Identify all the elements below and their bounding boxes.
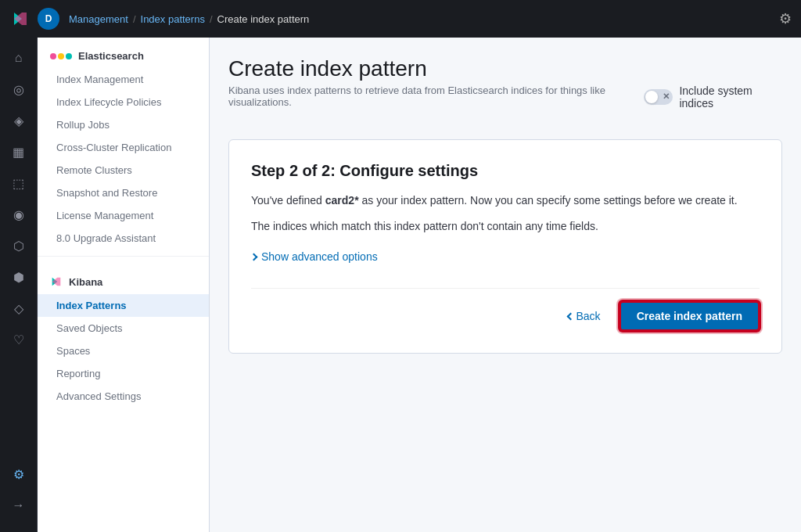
sidebar-item-index-management[interactable]: Index Management [38, 68, 209, 91]
sidebar-item-reporting[interactable]: Reporting [38, 362, 209, 385]
step-title: Step 2 of 2: Configure settings [251, 162, 760, 180]
sidebar-item-cross-cluster[interactable]: Cross-Cluster Replication [38, 136, 209, 159]
include-system-toggle-container: ✕ Include system indices [644, 84, 782, 110]
ml-icon[interactable]: ⬡ [5, 232, 33, 260]
step-info: The indices which match this index patte… [251, 218, 760, 235]
kibana-section-title: Kibana [38, 263, 209, 294]
sidebar-item-snapshot-restore[interactable]: Snapshot and Restore [38, 182, 209, 204]
sidebar-item-index-patterns[interactable]: Index Patterns [38, 294, 209, 317]
sidebar-item-advanced-settings[interactable]: Advanced Settings [38, 385, 209, 408]
include-system-label: Include system indices [679, 84, 782, 110]
step-card: Step 2 of 2: Configure settings You've d… [228, 139, 782, 354]
visualize-icon[interactable]: ◈ [5, 106, 33, 135]
main-content: Create index pattern Kibana uses index p… [210, 38, 801, 532]
kibana-logo [9, 8, 31, 30]
settings-gear-icon[interactable]: ⚙ [779, 10, 792, 27]
show-advanced-options[interactable]: Show advanced options [251, 250, 760, 263]
dashboard-icon[interactable]: ▦ [5, 138, 33, 166]
chevron-right-icon [250, 253, 258, 261]
sidebar-item-saved-objects[interactable]: Saved Objects [38, 317, 209, 340]
create-index-pattern-button[interactable]: Create index pattern [620, 301, 760, 331]
page-subtitle: Kibana uses index patterns to retrieve d… [228, 84, 644, 108]
breadcrumb: Management / Index patterns / Create ind… [69, 13, 773, 25]
nav-sidebar: Elasticsearch Index Management Index Lif… [38, 38, 210, 532]
sidebar-item-rollup-jobs[interactable]: Rollup Jobs [38, 113, 209, 136]
uptime-icon[interactable]: ♡ [5, 325, 33, 354]
user-avatar[interactable]: D [38, 8, 59, 30]
index-pattern-value: card2* [325, 194, 359, 207]
sidebar-item-remote-clusters[interactable]: Remote Clusters [38, 159, 209, 182]
breadcrumb-index-patterns[interactable]: Index patterns [141, 13, 205, 25]
sidebar-item-license-management[interactable]: License Management [38, 204, 209, 227]
collapse-sidebar-icon[interactable]: → [5, 491, 33, 519]
graph-icon[interactable]: ⬢ [5, 263, 33, 291]
home-icon[interactable]: ⌂ [5, 44, 33, 72]
page-header: Create index pattern Kibana uses index p… [228, 56, 782, 124]
discover-icon[interactable]: ◎ [5, 75, 33, 103]
nav-divider [38, 256, 209, 257]
sidebar-item-upgrade-assistant[interactable]: 8.0 Upgrade Assistant [38, 227, 209, 250]
page-title: Create index pattern [228, 56, 644, 81]
icon-sidebar: ⌂ ◎ ◈ ▦ ⬚ ◉ ⬡ ⬢ ◇ ♡ ⚙ → [0, 38, 38, 532]
maps-icon[interactable]: ◉ [5, 200, 33, 228]
topbar: D Management / Index patterns / Create i… [0, 0, 801, 38]
sidebar-item-spaces[interactable]: Spaces [38, 340, 209, 362]
management-icon[interactable]: ⚙ [5, 460, 33, 488]
breadcrumb-current: Create index pattern [217, 13, 310, 25]
breadcrumb-management[interactable]: Management [69, 13, 128, 25]
toggle-knob [645, 91, 658, 103]
sidebar-item-index-lifecycle[interactable]: Index Lifecycle Policies [38, 91, 209, 113]
elasticsearch-section-title: Elasticsearch [38, 38, 209, 68]
chevron-left-icon [566, 312, 574, 320]
toggle-off-icon: ✕ [663, 92, 670, 102]
button-row: Back Create index pattern [251, 288, 760, 331]
apm-icon[interactable]: ◇ [5, 294, 33, 322]
back-button[interactable]: Back [559, 304, 610, 329]
elastic-logo [50, 53, 72, 59]
canvas-icon[interactable]: ⬚ [5, 169, 33, 197]
step-description: You've defined card2* as your index patt… [251, 192, 760, 209]
include-system-toggle[interactable]: ✕ [644, 89, 673, 105]
